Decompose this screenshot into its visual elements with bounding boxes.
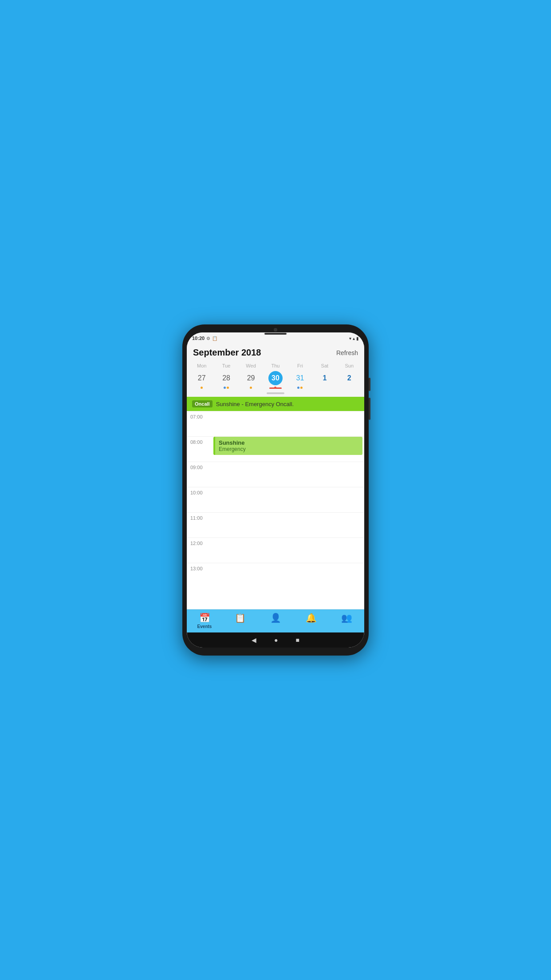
day-name-fri: Fri (288, 362, 312, 369)
nav-team[interactable]: 👥 (329, 612, 364, 629)
day-names-row: Mon Tue Wed Thu Fri Sat Sun (187, 362, 364, 369)
time-content-0700 (212, 411, 364, 436)
month-title: September 2018 (193, 348, 261, 358)
time-row-0800: 08:00 Sunshine Emergency (187, 436, 364, 462)
dot-orange (227, 387, 229, 389)
wifi-icon: ▾ (349, 336, 351, 341)
oncall-banner[interactable]: Oncall Sunshine - Emergency Oncall. (187, 397, 364, 411)
nav-tasks[interactable]: 📋 (222, 612, 258, 629)
signal-icon: ▴ (353, 336, 355, 341)
calendar-week: Mon Tue Wed Thu Fri Sat Sun 27 28 (187, 360, 364, 397)
refresh-button[interactable]: Refresh (336, 349, 358, 356)
day-name-mon: Mon (189, 362, 214, 369)
day-28[interactable]: 28 (214, 370, 238, 391)
tasks-icon: 📋 (235, 612, 246, 623)
day-1-num: 1 (318, 371, 332, 385)
time-row-1300: 13:00 (187, 563, 364, 588)
day-name-wed: Wed (239, 362, 263, 369)
gear-icon: ⚙ (206, 336, 210, 341)
person-icon: 👤 (270, 612, 281, 623)
day-numbers-row: 27 28 29 (187, 370, 364, 391)
day-30-num: 30 (268, 371, 283, 385)
day-27-dots (201, 386, 203, 389)
day-name-sat: Sat (312, 362, 337, 369)
event-title: Sunshine (219, 439, 359, 446)
day-27-num: 27 (195, 371, 209, 385)
status-time: 10:20 (192, 336, 205, 341)
dot-orange (300, 387, 303, 389)
time-row-0900: 09:00 (187, 462, 364, 487)
day-31[interactable]: 31 (288, 370, 312, 391)
bell-icon: 🔔 (306, 612, 317, 623)
time-row-0700: 07:00 (187, 411, 364, 436)
time-content-1200 (212, 538, 364, 563)
day-2-num: 2 (342, 371, 356, 385)
time-content-1100 (212, 513, 364, 537)
day-30[interactable]: 30 (263, 370, 287, 391)
day-28-num: 28 (219, 371, 233, 385)
clipboard-icon: 📋 (212, 336, 217, 341)
nav-profile[interactable]: 👤 (258, 612, 293, 629)
day-31-dots (297, 386, 303, 389)
time-label-1300: 13:00 (187, 563, 212, 571)
time-label-1000: 10:00 (187, 487, 212, 495)
time-label-0900: 09:00 (187, 462, 212, 470)
dot-blue (224, 387, 226, 389)
dot-blue (297, 387, 299, 389)
day-28-dots (224, 386, 229, 389)
time-content-0800: Sunshine Emergency (212, 437, 364, 462)
time-row-1000: 10:00 (187, 487, 364, 512)
time-content-0900 (212, 462, 364, 487)
time-content-1000 (212, 487, 364, 512)
app-header: September 2018 Refresh (187, 344, 364, 360)
schedule-area: 07:00 08:00 Sunshine Emergency (187, 411, 364, 609)
day-1[interactable]: 1 (312, 370, 337, 391)
time-label-0700: 07:00 (187, 411, 212, 419)
dot-orange (250, 387, 252, 389)
time-content-1300 (212, 563, 364, 588)
people-icon: 👥 (341, 612, 352, 623)
calendar-icon: 📅 (199, 612, 210, 623)
event-subtitle: Emergency (219, 446, 359, 452)
day-29[interactable]: 29 (239, 370, 263, 391)
time-label-1200: 12:00 (187, 538, 212, 546)
oncall-badge: Oncall (192, 400, 213, 407)
oncall-text: Sunshine - Emergency Oncall. (216, 401, 294, 407)
battery-icon: ▮ (356, 336, 359, 341)
time-grid: 07:00 08:00 Sunshine Emergency (187, 411, 364, 588)
nav-notifications[interactable]: 🔔 (293, 612, 329, 629)
bottom-nav: 📅 Events 📋 👤 🔔 👥 (187, 609, 364, 632)
android-nav: ◀ ● ■ (187, 632, 364, 648)
schedule-scroll[interactable]: 07:00 08:00 Sunshine Emergency (187, 411, 364, 609)
scroll-pill (267, 392, 284, 394)
day-2[interactable]: 2 (337, 370, 362, 391)
event-block[interactable]: Sunshine Emergency (213, 437, 362, 455)
home-button[interactable]: ● (274, 636, 278, 644)
nav-events[interactable]: 📅 Events (187, 612, 222, 629)
dot-orange (201, 387, 203, 389)
time-row-1200: 12:00 (187, 537, 364, 563)
back-button[interactable]: ◀ (252, 636, 256, 644)
day-31-num: 31 (293, 371, 307, 385)
day-29-num: 29 (244, 371, 258, 385)
today-underline (269, 387, 282, 389)
nav-events-label: Events (197, 624, 212, 629)
day-name-tue: Tue (214, 362, 238, 369)
day-29-dots (250, 386, 252, 389)
time-label-0800: 08:00 (187, 437, 212, 445)
day-name-thu: Thu (263, 362, 287, 369)
scroll-indicator (187, 391, 364, 397)
day-name-sun: Sun (337, 362, 362, 369)
day-27[interactable]: 27 (189, 370, 214, 391)
recent-button[interactable]: ■ (296, 636, 299, 644)
time-row-1100: 11:00 (187, 512, 364, 537)
time-label-1100: 11:00 (187, 513, 212, 521)
